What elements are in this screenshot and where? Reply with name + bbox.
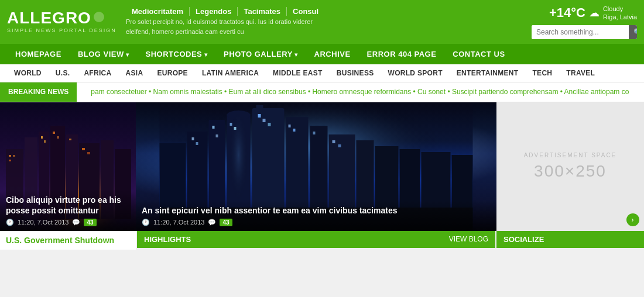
sec-nav-us[interactable]: U.S. bbox=[49, 64, 77, 82]
weather-widget: +14°C ☁ Cloudy Riga, Latvia bbox=[549, 5, 637, 22]
bottom-center-section: HIGHLIGHTS View blog bbox=[137, 231, 495, 250]
svg-rect-10 bbox=[9, 155, 11, 157]
svg-rect-29 bbox=[256, 105, 263, 110]
header-link-mediocritatem[interactable]: Mediocritatem bbox=[126, 7, 190, 16]
nav-blog-view[interactable]: BLOG VIEW bbox=[70, 44, 138, 64]
weather-icon: ☁ bbox=[589, 6, 600, 19]
nav-archive[interactable]: ARCHIVE bbox=[306, 44, 359, 64]
highlights-label: HIGHLIGHTS bbox=[144, 235, 191, 244]
sec-nav-africa[interactable]: AFRICA bbox=[77, 64, 118, 82]
bottom-strip: U.S. Government Shutdown HIGHLIGHTS View… bbox=[0, 231, 644, 250]
sec-nav-europe[interactable]: EUROPE bbox=[150, 64, 194, 82]
svg-rect-42 bbox=[216, 134, 218, 137]
sec-nav-business[interactable]: BUSINESS bbox=[330, 64, 381, 82]
featured-large-meta: 🕐 11:20, 7.Oct 2013 💬 43 bbox=[142, 219, 491, 226]
header-link-consul[interactable]: Consul bbox=[287, 7, 324, 16]
socialize-header: SOCIALIZE bbox=[496, 231, 644, 248]
bottom-right-section: SOCIALIZE bbox=[496, 231, 644, 250]
header-nav-links: Mediocritatem Legendos Tacimates Consul bbox=[126, 7, 522, 16]
ad-label: ADVERTISEMENT SPACE bbox=[524, 152, 617, 158]
sec-nav-world-sport[interactable]: WORLD SPORT bbox=[381, 64, 450, 82]
sec-nav-middle-east[interactable]: MIDDLE EAST bbox=[266, 64, 330, 82]
svg-rect-11 bbox=[13, 155, 15, 157]
header-link-legendos[interactable]: Legendos bbox=[190, 7, 238, 16]
comment-icon-large: 💬 bbox=[208, 219, 216, 226]
logo-icon bbox=[94, 12, 104, 22]
clock-icon-large: 🕐 bbox=[142, 219, 150, 226]
nav-homepage[interactable]: HOMEPAGE bbox=[7, 44, 70, 64]
featured-image-small: Cibo aliquip virtute pro ea his posse po… bbox=[0, 102, 136, 231]
view-blog-link[interactable]: View blog bbox=[449, 235, 488, 243]
svg-rect-50 bbox=[313, 132, 316, 134]
featured-small-meta: 🕐 11:20, 7.Oct 2013 💬 43 bbox=[6, 219, 130, 226]
site-title: ALLEGRO bbox=[7, 10, 91, 26]
search-bar: 🔍 bbox=[532, 25, 637, 39]
featured-small-overlay: Cibo aliquip virtute pro ea his posse po… bbox=[0, 190, 136, 230]
svg-rect-46 bbox=[263, 119, 266, 122]
featured-small-title: Cibo aliquip virtute pro ea his posse po… bbox=[6, 195, 130, 216]
weather-temp: +14°C bbox=[549, 5, 585, 20]
nav-shortcodes[interactable]: SHORTCODES bbox=[138, 44, 216, 64]
svg-rect-13 bbox=[41, 136, 43, 139]
search-input[interactable] bbox=[532, 25, 629, 39]
svg-rect-17 bbox=[69, 139, 71, 140]
svg-rect-12 bbox=[9, 160, 11, 161]
sec-nav-asia[interactable]: ASIA bbox=[119, 64, 150, 82]
sec-nav-world[interactable]: WORLD bbox=[7, 64, 49, 82]
weather-description: Cloudy Riga, Latvia bbox=[603, 5, 637, 22]
featured-image-large: An sint epicuri vel nibh assentior te ea… bbox=[136, 102, 496, 231]
svg-rect-14 bbox=[44, 140, 46, 143]
ad-arrow-icon: › bbox=[626, 213, 639, 226]
sec-nav-latin-america[interactable]: LATIN AMERICA bbox=[195, 64, 266, 82]
breaking-news-bar: BREAKING NEWS pam consectetuer • Nam omn… bbox=[0, 82, 644, 102]
svg-rect-45 bbox=[258, 114, 261, 118]
svg-rect-40 bbox=[196, 142, 198, 145]
svg-rect-39 bbox=[192, 137, 194, 140]
ad-size: 300×250 bbox=[534, 162, 607, 181]
bottom-left-title: U.S. Government Shutdown bbox=[6, 236, 130, 245]
bottom-left-section: U.S. Government Shutdown bbox=[0, 231, 136, 250]
clock-icon: 🕐 bbox=[6, 219, 14, 226]
sec-nav-entertainment[interactable]: ENTERTAINMENT bbox=[450, 64, 526, 82]
header-description: Pro solet percipit no, id euismod tracta… bbox=[126, 17, 313, 36]
svg-rect-48 bbox=[289, 125, 291, 127]
breaking-news-ticker: pam consectetuer • Nam omnis maiestatis … bbox=[77, 88, 644, 96]
nav-photo-gallery[interactable]: PHOTO GALLERY bbox=[215, 44, 306, 64]
svg-rect-15 bbox=[53, 132, 55, 134]
header-right: +14°C ☁ Cloudy Riga, Latvia 🔍 bbox=[532, 5, 637, 39]
advertisement-block: ADVERTISEMENT SPACE 300×250 › bbox=[496, 102, 644, 231]
featured-large-title: An sint epicuri vel nibh assentior te ea… bbox=[142, 205, 491, 216]
nav-error-404[interactable]: ERROR 404 PAGE bbox=[359, 44, 445, 64]
svg-rect-52 bbox=[338, 144, 341, 147]
header: ALLEGRO SIMPLE NEWS PORTAL DESIGN Medioc… bbox=[0, 0, 644, 44]
svg-rect-47 bbox=[268, 123, 271, 126]
svg-rect-19 bbox=[87, 152, 90, 154]
svg-rect-41 bbox=[213, 126, 215, 129]
svg-rect-49 bbox=[293, 129, 296, 132]
logo-block: ALLEGRO SIMPLE NEWS PORTAL DESIGN bbox=[7, 10, 117, 33]
comment-icon-small: 💬 bbox=[72, 219, 80, 226]
highlights-header: HIGHLIGHTS View blog bbox=[137, 231, 495, 248]
secondary-navigation: WORLD U.S. AFRICA ASIA EUROPE LATIN AMER… bbox=[0, 64, 644, 82]
header-nav-area: Mediocritatem Legendos Tacimates Consul … bbox=[126, 7, 522, 36]
header-link-tacimates[interactable]: Tacimates bbox=[238, 7, 287, 16]
svg-rect-18 bbox=[82, 148, 85, 150]
svg-rect-16 bbox=[57, 136, 59, 139]
search-button[interactable]: 🔍 bbox=[629, 25, 637, 39]
svg-rect-51 bbox=[333, 140, 335, 143]
site-subtitle: SIMPLE NEWS PORTAL DESIGN bbox=[7, 27, 117, 33]
sec-nav-travel[interactable]: TRAVEL bbox=[559, 64, 602, 82]
main-navigation: HOMEPAGE BLOG VIEW SHORTCODES PHOTO GALL… bbox=[0, 44, 644, 64]
sec-nav-tech[interactable]: TECH bbox=[525, 64, 559, 82]
nav-contact-us[interactable]: CONTACT US bbox=[444, 44, 513, 64]
featured-large-overlay: An sint epicuri vel nibh assentior te ea… bbox=[136, 201, 496, 230]
breaking-news-label: BREAKING NEWS bbox=[0, 82, 77, 102]
content-area: Cibo aliquip virtute pro ea his posse po… bbox=[0, 102, 644, 231]
